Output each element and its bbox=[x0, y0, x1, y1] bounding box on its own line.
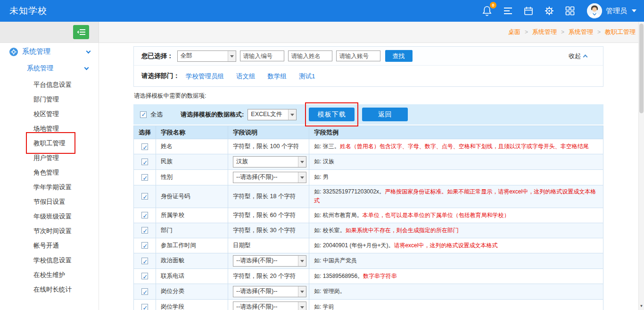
chevron-down-icon bbox=[298, 286, 306, 297]
code-input[interactable] bbox=[240, 50, 284, 61]
search-button[interactable]: 查找 bbox=[385, 50, 413, 62]
field-desc: 字符型，限长 30 个字符 bbox=[233, 227, 296, 234]
field-desc-select[interactable]: --请选择(不限)-- bbox=[233, 172, 306, 183]
chevron-up-icon bbox=[583, 55, 588, 59]
settings-button[interactable] bbox=[544, 5, 555, 17]
sidebar-item[interactable]: 平台信息设置 bbox=[0, 77, 99, 92]
breadcrumb-item[interactable]: 教职工管理 bbox=[605, 28, 636, 36]
row-checkbox[interactable] bbox=[141, 242, 148, 249]
field-example: 如: 汉族 bbox=[314, 158, 334, 165]
th-field-name: 字段名称 bbox=[156, 126, 228, 139]
account-input[interactable] bbox=[336, 50, 380, 61]
notifications-button[interactable]: 0 bbox=[481, 5, 493, 17]
row-checkbox[interactable] bbox=[141, 193, 148, 200]
sidebar-item[interactable]: 在校生维护 bbox=[0, 268, 99, 282]
select-all-checkbox[interactable] bbox=[140, 111, 147, 118]
format-select-value: EXCEL文件 bbox=[248, 109, 288, 120]
sidebar-item[interactable]: 角色管理 bbox=[0, 165, 99, 180]
sidebar-item[interactable]: 学校信息设置 bbox=[0, 253, 99, 268]
sidebar-item-label: 用户管理 bbox=[33, 151, 59, 165]
collapse-label: 收起 bbox=[569, 52, 581, 60]
sidebar-subgroup-system-management[interactable]: 系统管理 bbox=[0, 60, 99, 76]
row-checkbox[interactable] bbox=[141, 288, 148, 295]
filter-panel: 您已选择： 全部 查找 收起 请选择部门： 学校管理员组语文组数学组测试1 bbox=[133, 46, 603, 87]
sidebar-item[interactable]: 在线时长统计 bbox=[0, 282, 99, 297]
format-select[interactable]: EXCEL文件 bbox=[248, 109, 297, 120]
sidebar-item[interactable]: 用户管理 bbox=[0, 151, 99, 165]
sidebar-item[interactable]: 部门管理 bbox=[0, 92, 99, 107]
table-header-row: 选择 字段名称 字段说明 字段范例 bbox=[134, 126, 603, 139]
back-button[interactable]: 返回 bbox=[362, 108, 408, 121]
field-desc: 字符型，限长 100 个字符 bbox=[233, 143, 299, 150]
scrollbar-thumb[interactable] bbox=[639, 24, 644, 113]
chevron-down-icon bbox=[84, 66, 89, 70]
row-checkbox[interactable] bbox=[141, 304, 148, 310]
sidebar-item-label: 平台信息设置 bbox=[33, 77, 72, 92]
department-link[interactable]: 测试1 bbox=[299, 73, 315, 80]
row-select-cell bbox=[134, 154, 156, 170]
table-row: 岗位学段 --请选择(不限)-- 如: 学前 bbox=[134, 299, 603, 310]
field-table-body: 姓名 字符型，限长 100 个字符 如: 张三。姓名（曾用名）包含汉字、字母、数… bbox=[134, 139, 603, 310]
field-desc-select[interactable]: --请选择(不限)-- bbox=[233, 286, 306, 297]
field-desc-select[interactable]: --请选择(不限)-- bbox=[233, 302, 306, 310]
chevron-down-icon bbox=[298, 256, 306, 266]
row-checkbox[interactable] bbox=[141, 143, 148, 150]
row-select-cell bbox=[134, 139, 156, 154]
row-checkbox[interactable] bbox=[141, 273, 148, 279]
row-name-cell: 身份证号码 bbox=[156, 185, 228, 208]
scrollbar-down-arrow[interactable]: ▼ bbox=[639, 303, 644, 310]
sidebar-item[interactable]: 年级班级设置 bbox=[0, 209, 99, 224]
row-checkbox[interactable] bbox=[141, 159, 148, 165]
sidebar-item[interactable]: 场地管理 bbox=[0, 121, 99, 136]
collapse-toggle[interactable]: 收起 bbox=[569, 52, 595, 60]
user-menu[interactable]: 管理员 bbox=[587, 3, 636, 18]
field-desc: 日期型 bbox=[233, 242, 251, 249]
department-link[interactable]: 语文组 bbox=[236, 73, 256, 80]
row-example-cell: 如: 33252519771203002x。严格按国家身份证标准。如果不能正常显… bbox=[309, 185, 603, 208]
vertical-scrollbar[interactable]: ▼ bbox=[638, 22, 644, 310]
row-example-cell: 如: 学前 bbox=[309, 299, 603, 310]
field-desc-select[interactable]: --请选择(不限)-- bbox=[233, 255, 306, 267]
school-name: 未知学校 bbox=[9, 5, 47, 17]
row-select-cell bbox=[134, 253, 156, 268]
breadcrumb-item[interactable]: 系统管理 bbox=[532, 28, 557, 36]
row-checkbox[interactable] bbox=[141, 174, 148, 181]
sidebar-item[interactable]: 教职工管理 bbox=[0, 136, 99, 151]
row-example-cell: 如: 校长室。如果系统中不存在，则会生成指定的所在部门 bbox=[309, 223, 603, 238]
sidebar-item[interactable]: 帐号开通 bbox=[0, 238, 99, 253]
field-example: 如: 13589568956。 bbox=[314, 273, 363, 279]
sidebar-item-label: 角色管理 bbox=[33, 165, 59, 180]
row-example-cell: 如: 中国共产党员 bbox=[309, 253, 603, 268]
sidebar-item[interactable]: 节假日设置 bbox=[0, 194, 99, 209]
gear-icon bbox=[545, 6, 554, 16]
row-name-cell: 姓名 bbox=[156, 139, 228, 154]
row-checkbox[interactable] bbox=[141, 227, 148, 234]
sidebar-group-system-management[interactable]: 系统管理 bbox=[0, 43, 99, 60]
logs-button[interactable] bbox=[502, 5, 513, 17]
row-name-cell: 政治面貌 bbox=[156, 253, 228, 268]
row-desc-cell: 字符型，限长 60 个字符 bbox=[228, 208, 309, 223]
department-link[interactable]: 学校管理员组 bbox=[186, 73, 224, 80]
name-input[interactable] bbox=[288, 50, 332, 61]
row-select-cell bbox=[134, 185, 156, 208]
department-link[interactable]: 数学组 bbox=[268, 73, 287, 80]
sidebar-toggle-button[interactable] bbox=[73, 25, 89, 39]
sidebar-item-label: 节假日设置 bbox=[33, 194, 66, 209]
row-desc-cell: 字符型，限长 30 个字符 bbox=[228, 223, 309, 238]
calendar-button[interactable] bbox=[523, 5, 534, 17]
row-checkbox[interactable] bbox=[141, 212, 148, 218]
field-desc: 字符型，限长 18 个字符 bbox=[233, 193, 296, 200]
sidebar-item-label: 场地管理 bbox=[33, 121, 59, 136]
row-checkbox[interactable] bbox=[141, 258, 148, 264]
breadcrumb-item[interactable]: 系统管理 bbox=[569, 28, 593, 36]
apps-button[interactable] bbox=[564, 5, 576, 17]
breadcrumb-item[interactable]: 桌面 bbox=[508, 28, 520, 36]
field-example: 如: 学前 bbox=[314, 303, 334, 310]
scope-select[interactable]: 全部 bbox=[177, 50, 236, 62]
field-table: 选择 字段名称 字段说明 字段范例 姓名 字符型，限长 100 个字符 如: 张… bbox=[133, 126, 603, 310]
download-template-button[interactable]: 模板下载 bbox=[309, 108, 355, 121]
field-desc-select[interactable]: 汉族 bbox=[233, 156, 306, 168]
sidebar-item[interactable]: 节次时间设置 bbox=[0, 224, 99, 238]
sidebar-item[interactable]: 学年学期设置 bbox=[0, 180, 99, 194]
sidebar-item[interactable]: 校区管理 bbox=[0, 107, 99, 121]
